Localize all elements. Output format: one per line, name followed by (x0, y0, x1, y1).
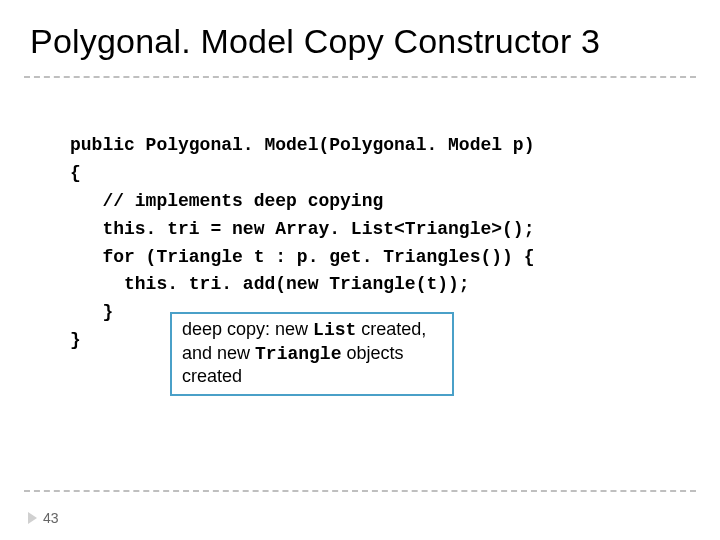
code-line-2: { (70, 163, 81, 183)
code-line-5: for (Triangle t : p. get. Triangles()) { (70, 247, 534, 267)
code-line-8: } (70, 330, 81, 350)
callout-box: deep copy: new List created, and new Tri… (170, 312, 454, 396)
code-line-4: this. tri = new Array. List<Triangle>(); (70, 219, 534, 239)
callout-mono-2: Triangle (255, 344, 341, 364)
code-line-3: // implements deep copying (70, 191, 383, 211)
code-line-6: this. tri. add(new Triangle(t)); (70, 274, 470, 294)
callout-text-1: deep copy: new (182, 319, 313, 339)
code-line-1: public Polygonal. Model(Polygonal. Model… (70, 135, 534, 155)
divider-bottom (24, 490, 696, 492)
divider-top (24, 76, 696, 78)
code-line-7: } (70, 302, 113, 322)
slide-title: Polygonal. Model Copy Constructor 3 (30, 22, 600, 61)
slide: Polygonal. Model Copy Constructor 3 publ… (0, 0, 720, 540)
page-number: 43 (43, 510, 59, 526)
page-number-group: 43 (28, 510, 59, 526)
callout-mono-1: List (313, 320, 356, 340)
triangle-bullet-icon (28, 512, 37, 524)
